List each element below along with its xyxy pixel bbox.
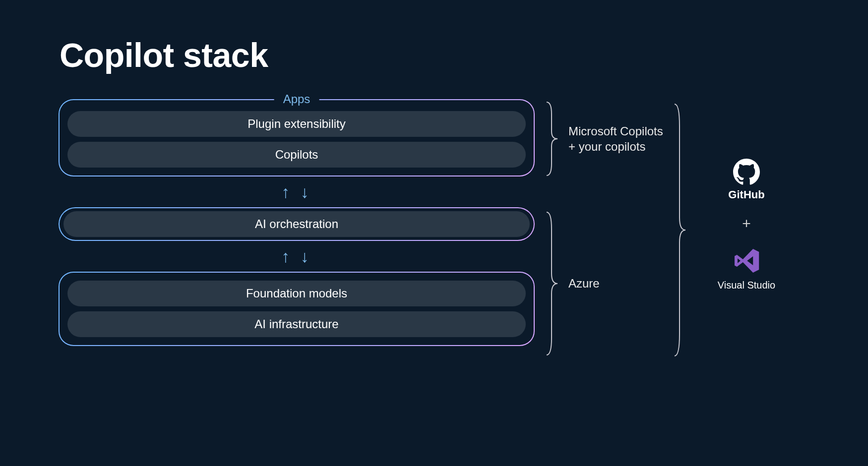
visual-studio-brand: Visual Studio: [684, 246, 808, 291]
curly-brace-icon: [545, 209, 559, 358]
layer-apps: Apps Plugin extensibility Copilots: [59, 99, 535, 176]
plus-separator: +: [684, 215, 808, 232]
pill-ai-infrastructure: AI infrastructure: [67, 311, 526, 337]
pill-copilots: Copilots: [67, 142, 526, 168]
brace-top-line2: + your copilots: [568, 140, 645, 153]
right-brands-column: GitHub + Visual Studio: [684, 159, 808, 291]
brace-bottom-group: Azure: [545, 209, 600, 358]
brace-top-label: Microsoft Copilots + your copilots: [568, 123, 663, 154]
github-brand: GitHub: [684, 159, 808, 201]
pill-foundation-models: Foundation models: [67, 281, 526, 306]
github-icon: [733, 159, 760, 185]
brace-top-line1: Microsoft Copilots: [568, 124, 663, 138]
curly-brace-icon: [545, 99, 559, 178]
github-label: GitHub: [728, 188, 764, 201]
stack-diagram: Apps Plugin extensibility Copilots ↑ ↓ A…: [59, 99, 535, 346]
visual-studio-icon: [732, 246, 761, 276]
pill-ai-orchestration: AI orchestration: [63, 211, 530, 237]
layer-foundation: Foundation models AI infrastructure: [59, 272, 535, 346]
layer-apps-label: Apps: [274, 92, 319, 106]
bidirectional-arrows-icon: ↑ ↓: [59, 241, 535, 272]
layer-orchestration: AI orchestration: [59, 207, 535, 241]
brace-bottom-label: Azure: [568, 276, 600, 291]
brace-top-group: Microsoft Copilots + your copilots: [545, 99, 663, 178]
bidirectional-arrows-icon: ↑ ↓: [59, 176, 535, 207]
pill-plugin-extensibility: Plugin extensibility: [67, 111, 526, 137]
page-title: Copilot stack: [60, 36, 268, 74]
visual-studio-label: Visual Studio: [718, 280, 775, 291]
